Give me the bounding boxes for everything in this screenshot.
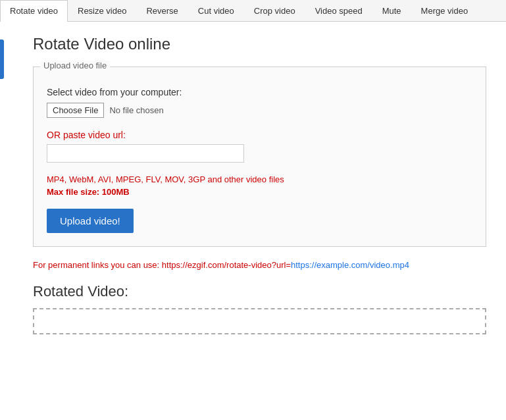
tab-video-speed[interactable]: Video speed	[305, 0, 372, 21]
url-input[interactable]	[47, 144, 244, 163]
no-file-text: No file chosen	[109, 105, 163, 115]
select-label: Select video from your computer:	[47, 87, 472, 97]
tab-cut-video[interactable]: Cut video	[188, 0, 244, 21]
formats-text: MP4, WebM, AVI, MPEG, FLV, MOV, 3GP and …	[47, 174, 472, 184]
tab-merge-video[interactable]: Merge video	[411, 0, 478, 21]
permanent-link-info: For permanent links you can use: https:/…	[33, 260, 486, 270]
upload-button[interactable]: Upload video!	[47, 209, 134, 233]
or-paste-label: OR paste video url:	[47, 130, 472, 140]
sidebar-accent-bar	[0, 39, 4, 79]
upload-box: Upload video file Select video from your…	[33, 66, 486, 247]
tab-bar: Rotate video Resize video Reverse Cut vi…	[0, 0, 506, 22]
maxsize-value: 100MB	[102, 187, 130, 197]
upload-section: Select video from your computer: Choose …	[47, 87, 472, 233]
tab-reverse[interactable]: Reverse	[136, 0, 188, 21]
maxsize-prefix: Max file size:	[47, 187, 102, 197]
tab-crop-video[interactable]: Crop video	[244, 0, 305, 21]
permanent-link-prefix: For permanent links you can use: https:/…	[33, 260, 291, 270]
permanent-link-example: https://example.com/video.mp4	[291, 260, 409, 270]
tab-rotate-video[interactable]: Rotate video	[0, 0, 68, 22]
page-title: Rotate Video online	[33, 35, 486, 53]
rotated-video-placeholder	[33, 308, 486, 334]
file-input-row: Choose File No file chosen	[47, 103, 472, 118]
tab-resize-video[interactable]: Resize video	[68, 0, 136, 21]
upload-box-legend: Upload video file	[40, 61, 110, 70]
rotated-video-title: Rotated Video:	[33, 283, 486, 300]
tab-mute[interactable]: Mute	[372, 0, 411, 21]
maxsize-text: Max file size: 100MB	[47, 187, 472, 197]
choose-file-button[interactable]: Choose File	[47, 103, 104, 118]
main-content: Rotate Video online Upload video file Se…	[0, 22, 506, 348]
